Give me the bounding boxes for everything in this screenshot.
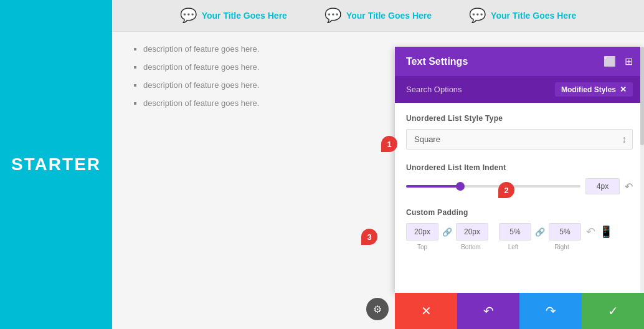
list-style-label: Unordered List Style Type [406, 114, 633, 123]
padding-right-label: Right [546, 244, 578, 250]
modified-badge: Modified Styles ✕ [555, 82, 633, 97]
step-badge-2: 2 [498, 182, 514, 198]
banner-title-2: Your Title Goes Here [346, 11, 432, 21]
panel-title: Text Settings [406, 56, 468, 67]
chat-icon-2: 💬 [324, 7, 341, 24]
padding-right-input[interactable] [549, 223, 581, 241]
bottom-toolbar: ✕ ↶ ↷ ✓ [395, 293, 644, 329]
search-bar: Search Options Modified Styles ✕ [395, 76, 644, 103]
list-indent-label: Unordered List Item Indent [406, 163, 633, 172]
step-badge-3: 3 [361, 229, 377, 245]
range-row: ↶ [406, 178, 633, 194]
padding-bottom-label: Bottom [455, 244, 487, 250]
scrollbar[interactable] [640, 47, 644, 293]
padding-top-input[interactable] [406, 223, 438, 241]
step-badge-2-label: 2 [504, 186, 508, 195]
expand-icon[interactable]: ⊞ [625, 55, 633, 67]
brand-name: STARTER [11, 155, 101, 174]
panel-header: Text Settings ⬜ ⊞ [395, 47, 644, 76]
padding-left-input[interactable] [499, 223, 531, 241]
padding-reset-button[interactable]: ↶ [586, 225, 595, 239]
settings-gear-icon: ⚙ [373, 303, 382, 315]
confirm-button[interactable]: ✓ [582, 293, 644, 329]
main-container: STARTER 💬 Your Title Goes Here 💬 Your Ti… [0, 0, 644, 329]
step-badge-1: 1 [381, 136, 397, 152]
modified-badge-text: Modified Styles [561, 85, 616, 94]
link-left-right-icon[interactable]: 🔗 [534, 227, 546, 237]
padding-device-icon[interactable]: 📱 [599, 225, 613, 239]
chat-icon-3: 💬 [469, 7, 486, 24]
cancel-button[interactable]: ✕ [395, 293, 457, 329]
top-banner: 💬 Your Title Goes Here 💬 Your Title Goes… [112, 0, 644, 32]
panel-header-icons: ⬜ ⊞ [604, 55, 633, 67]
banner-title-1: Your Title Goes Here [202, 11, 287, 21]
list-style-select-wrapper: Square Disc Circle None ↕ [406, 129, 633, 150]
indent-value-input[interactable] [585, 178, 620, 194]
redo-button[interactable]: ↷ [519, 293, 582, 329]
link-top-bottom-icon[interactable]: 🔗 [441, 227, 453, 237]
step-badge-1-label: 1 [387, 140, 391, 149]
banner-item-2: 💬 Your Title Goes Here [324, 7, 432, 24]
indent-slider[interactable] [406, 185, 580, 188]
padding-action-icons: ↶ 📱 [586, 225, 613, 239]
padding-top-label: Top [406, 244, 438, 250]
list-indent-section: Unordered List Item Indent ↶ [406, 163, 633, 194]
list-style-section: Unordered List Style Type Square Disc Ci… [406, 114, 633, 150]
banner-item-3: 💬 Your Title Goes Here [469, 7, 576, 24]
padding-left-label: Left [497, 244, 529, 250]
chat-icon-1: 💬 [180, 7, 197, 24]
indent-reset-button[interactable]: ↶ [625, 181, 633, 193]
search-label: Search Options [406, 85, 462, 94]
padding-left-link-spacer [532, 244, 543, 250]
padding-bottom-input[interactable] [456, 223, 488, 241]
custom-padding-label: Custom Padding [406, 208, 633, 217]
banner-item-1: 💬 Your Title Goes Here [180, 7, 287, 24]
panel-body: Unordered List Style Type Square Disc Ci… [395, 103, 644, 293]
left-sidebar: STARTER [0, 0, 112, 329]
custom-padding-section: Custom Padding 🔗 🔗 ↶ 📱 [406, 208, 633, 250]
settings-circle-button[interactable]: ⚙ [366, 298, 389, 320]
padding-top-link-spacer [441, 244, 452, 250]
list-style-select[interactable]: Square Disc Circle None [406, 129, 633, 150]
minimize-icon[interactable]: ⬜ [604, 55, 616, 67]
scroll-thumb [640, 47, 644, 145]
undo-button[interactable]: ↶ [457, 293, 519, 329]
step-badge-3-label: 3 [367, 232, 371, 242]
badge-close-button[interactable]: ✕ [620, 85, 627, 94]
settings-panel: Text Settings ⬜ ⊞ Search Options Modifie… [395, 47, 644, 293]
banner-title-3: Your Title Goes Here [491, 11, 576, 21]
